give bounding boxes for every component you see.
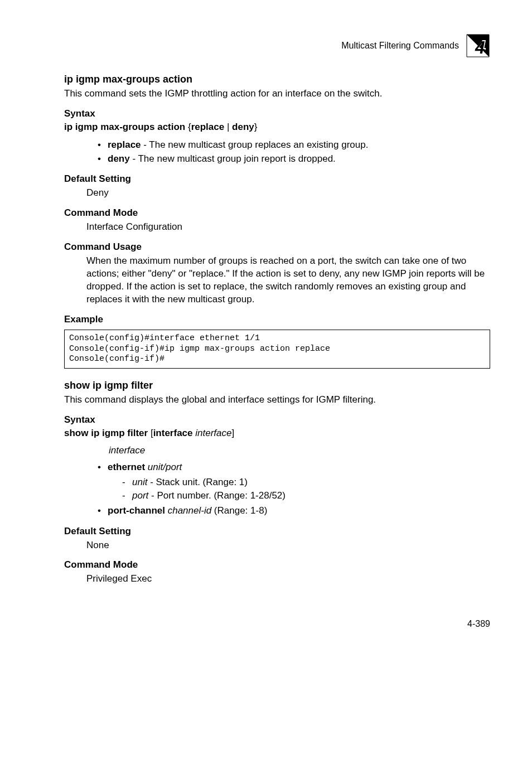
syntax-command-2: show ip igmp filter [interface interface… — [64, 428, 490, 439]
syntax-bullet-deny: deny - The new multicast group join repo… — [98, 152, 490, 166]
section2-description: This command displays the global and int… — [64, 394, 490, 407]
syntax-bullet-replace: replace - The new multicast group replac… — [98, 138, 490, 152]
header-title: Multicast Filtering Commands — [341, 41, 459, 51]
command-usage-text: When the maximum number of groups is rea… — [86, 255, 490, 306]
page-header: Multicast Filtering Commands 4 4 — [64, 33, 490, 58]
page-number: 4-389 — [64, 619, 490, 629]
default-setting-label-2: Default Setting — [64, 526, 490, 537]
command-mode-value-2: Privileged Exec — [86, 573, 490, 586]
default-setting-label: Default Setting — [64, 173, 490, 185]
example-label: Example — [64, 314, 490, 325]
command-mode-label-2: Command Mode — [64, 559, 490, 570]
svg-text:4: 4 — [475, 37, 485, 57]
syntax-bullet-list: replace - The new multicast group replac… — [98, 138, 490, 166]
syntax-command: ip igmp max-groups action {replace | den… — [64, 122, 490, 133]
command-usage-label: Command Usage — [64, 241, 490, 253]
syntax-label-2: Syntax — [64, 414, 490, 425]
interface-bullet-list: ethernet unit/port unit - Stack unit. (R… — [98, 461, 490, 518]
section-heading-show-ip-igmp-filter: show ip igmp filter — [64, 380, 490, 391]
bullet-ethernet: ethernet unit/port unit - Stack unit. (R… — [98, 461, 490, 503]
dash-port: port - Port number. (Range: 1-28/52) — [122, 489, 490, 503]
bullet-port-channel: port-channel channel-id (Range: 1-8) — [98, 504, 490, 518]
example-code-block: Console(config)#interface ethernet 1/1 C… — [64, 330, 490, 369]
command-mode-value: Interface Configuration — [86, 221, 490, 234]
chapter-number-icon: 4 4 — [466, 33, 490, 58]
section1-description: This command sets the IGMP throttling ac… — [64, 88, 490, 100]
section-heading-ip-igmp-max-groups-action: ip igmp max-groups action — [64, 74, 490, 85]
ethernet-sub-list: unit - Stack unit. (Range: 1) port - Por… — [122, 476, 490, 503]
dash-unit: unit - Stack unit. (Range: 1) — [122, 476, 490, 490]
syntax-label: Syntax — [64, 108, 490, 119]
default-setting-value-2: None — [86, 539, 490, 552]
command-mode-label: Command Mode — [64, 207, 490, 219]
default-setting-value: Deny — [86, 187, 490, 200]
interface-label: interface — [109, 444, 490, 457]
